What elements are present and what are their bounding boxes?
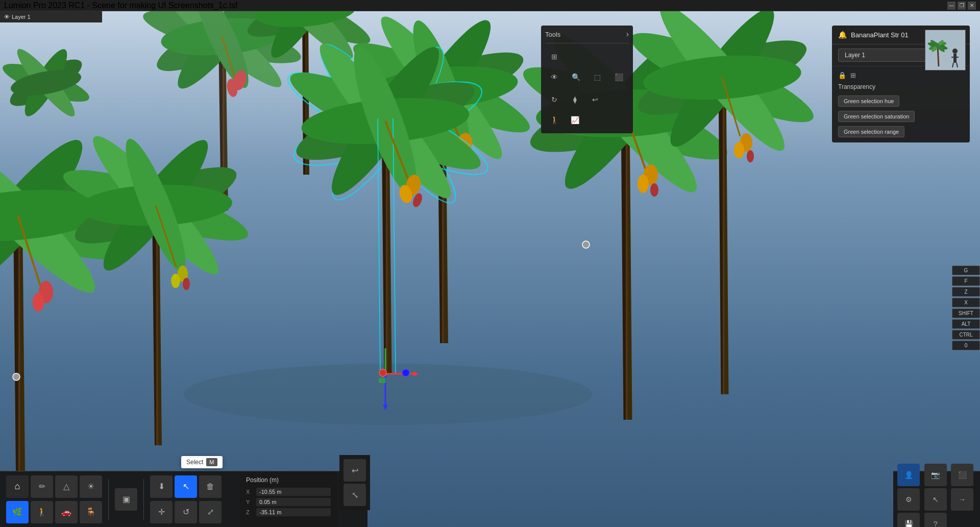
toolbar-divider-1 (108, 479, 109, 520)
settings-btn[interactable]: ⚙ (897, 488, 920, 511)
undo-btn[interactable]: ↩ (586, 90, 604, 109)
layer-bar: 👁 Layer 1 (0, 11, 102, 22)
pos-z-row: Z -35.11 m (246, 508, 331, 516)
kbd-0: 0 (952, 341, 980, 350)
restore-button[interactable]: ❐ (958, 2, 966, 10)
arrow-right-btn[interactable]: → (951, 488, 973, 511)
action-row-1: ⬇ ↖ 🗑 (150, 475, 222, 498)
display-btn[interactable]: ⬛ (951, 464, 973, 486)
transparency-label: Transparency (838, 83, 964, 90)
select-tooltip-key: M (206, 458, 217, 466)
kbd-z: Z (952, 287, 980, 297)
titlebar-title: Lumion Pro 2023 RC1 - Scene for making U… (4, 1, 237, 10)
frame-select-btn[interactable]: ⬛ (609, 68, 628, 86)
props-title: BananaPlant Str 01 (851, 31, 909, 39)
green-hue-btn[interactable]: Green selection hue (838, 95, 899, 107)
transparency-section: Transparency (838, 83, 964, 90)
x-value: -10.55 m (256, 488, 331, 496)
rotate-btn[interactable]: ↺ (175, 501, 197, 523)
svg-rect-105 (926, 31, 965, 69)
green-range-section: Green selection range (838, 126, 964, 137)
pos-y-row: Y 0.05 m (246, 498, 331, 506)
close-button[interactable]: ✕ (968, 2, 976, 10)
perspective-btn[interactable]: ⧫ (566, 90, 584, 109)
svg-point-104 (747, 150, 754, 162)
green-hue-section: Green selection hue (838, 95, 964, 107)
camera-btn[interactable]: 📷 (924, 464, 947, 486)
place-btn[interactable]: ⬇ (150, 475, 173, 498)
area-select-btn[interactable]: ▣ (115, 488, 137, 511)
tools-header: Tools › (545, 30, 629, 43)
toolbar-category-row: ⌂ ✏ △ ☀ (6, 475, 102, 498)
select-tooltip: Select M (181, 456, 223, 468)
green-saturation-btn[interactable]: Green selection saturation (838, 111, 915, 122)
select-group-btn[interactable]: ⊞ (545, 47, 564, 66)
svg-line-95 (722, 78, 725, 394)
kbd-ctrl: CTRL (952, 330, 980, 340)
nature-btn[interactable]: 🌿 (6, 501, 29, 523)
person-btn[interactable]: 🚶 (545, 111, 564, 129)
person-btn[interactable]: 🚶 (31, 501, 53, 523)
pos-x-row: X -10.55 m (246, 488, 331, 496)
svg-point-112 (952, 49, 958, 54)
furniture-btn[interactable]: 🪑 (80, 501, 102, 523)
select-tooltip-text: Select (186, 459, 203, 466)
kbd-g: G (952, 266, 980, 275)
scale-btn[interactable]: ⤢ (199, 501, 222, 523)
group-select-btn[interactable]: ⬚ (588, 68, 606, 86)
svg-point-56 (379, 369, 386, 376)
lock-icon[interactable]: 🔒 (838, 71, 846, 79)
svg-point-82 (171, 274, 180, 288)
svg-point-92 (638, 175, 649, 193)
expand-view-btn[interactable]: ⤡ (344, 484, 366, 506)
weather-btn[interactable]: ☀ (80, 475, 102, 498)
search-btn[interactable]: 🔍 (567, 68, 585, 86)
green-saturation-section: Green selection saturation (838, 111, 964, 122)
undo-action-btn[interactable]: ↩ (344, 459, 366, 482)
visibility-btn[interactable]: 👁 (545, 68, 564, 86)
save-btn[interactable]: 💾 (897, 513, 920, 528)
tools-panel: Tools › ⊞ 👁 🔍 ⬚ ⬛ ↻ ⧫ ↩ 🚶 📈 (541, 26, 633, 133)
green-range-btn[interactable]: Green selection range (838, 126, 904, 137)
svg-point-93 (650, 183, 658, 197)
landscape-btn[interactable]: △ (55, 475, 78, 498)
properties-panel: 🔔 BananaPlant Str 01 Layer (832, 26, 970, 142)
select-arrow-btn[interactable]: ↖ (175, 475, 197, 498)
action-row-2: ✛ ↺ ⤢ (150, 501, 222, 523)
svg-line-63 (18, 215, 20, 471)
position-panel: Position (m) X -10.55 m Y 0.05 m Z -35.1… (240, 471, 337, 527)
x-label: X (246, 489, 252, 495)
minimize-button[interactable]: — (947, 2, 955, 10)
tools-second-row: ↻ ⧫ ↩ (545, 90, 629, 109)
home-btn[interactable]: ⌂ (6, 475, 29, 498)
y-value: 0.05 m (256, 498, 331, 506)
cursor-btn[interactable]: ↖ (924, 488, 947, 511)
bottom-right-panel: 👤 📷 ⬛ ⚙ ↖ → 💾 ? (893, 471, 980, 527)
extra-action-btns: ↩ ⤡ (339, 455, 370, 510)
kbd-f: F (952, 276, 980, 286)
delete-btn[interactable]: 🗑 (199, 475, 222, 498)
person-view-btn[interactable]: 👤 (897, 464, 920, 486)
rotate-view-btn[interactable]: ↻ (545, 90, 564, 109)
kbd-x: X (952, 298, 980, 307)
help-btn[interactable]: ? (924, 513, 947, 528)
vehicle-btn[interactable]: 🚗 (55, 501, 78, 523)
titlebar-controls: — ❐ ✕ (947, 2, 976, 10)
z-value: -35.11 m (256, 508, 331, 516)
svg-point-72 (13, 373, 20, 380)
svg-point-94 (582, 241, 590, 248)
grid-icon[interactable]: ⊞ (850, 71, 856, 79)
kbd-shift: SHIFT (952, 308, 980, 318)
props-body: 🔒 ⊞ Transparency Green selection hue Gre… (832, 66, 970, 142)
svg-rect-111 (953, 54, 957, 63)
kbd-alt: ALT (952, 319, 980, 329)
move-btn[interactable]: ✛ (150, 501, 173, 523)
svg-point-57 (402, 369, 409, 376)
titlebar: Lumion Pro 2023 RC1 - Scene for making U… (0, 0, 980, 11)
eye-icon: 👁 (4, 14, 10, 20)
tools-expand-btn[interactable]: › (626, 30, 629, 39)
toolbar-object-row: 🌿 🚶 🚗 🪑 (6, 501, 102, 523)
graph-btn[interactable]: 📈 (566, 111, 584, 129)
draw-btn[interactable]: ✏ (31, 475, 53, 498)
svg-line-84 (625, 113, 628, 420)
